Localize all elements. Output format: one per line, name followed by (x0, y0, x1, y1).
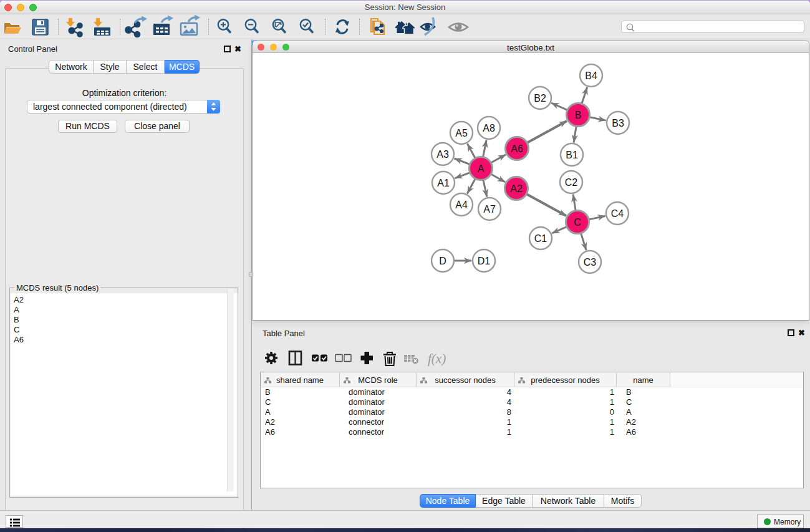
svg-text:B: B (575, 110, 582, 120)
svg-text:A1: A1 (437, 178, 450, 188)
svg-text:C4: C4 (611, 208, 624, 219)
svg-text:A2: A2 (510, 183, 523, 194)
svg-text:A6: A6 (511, 143, 523, 154)
svg-text:B3: B3 (612, 118, 624, 128)
svg-text:D1: D1 (478, 256, 491, 266)
svg-text:C1: C1 (534, 233, 547, 244)
svg-text:C2: C2 (565, 177, 578, 188)
svg-text:C: C (574, 217, 581, 228)
svg-text:A8: A8 (483, 123, 495, 133)
svg-text:A7: A7 (483, 204, 496, 215)
svg-text:B2: B2 (534, 93, 546, 104)
svg-text:A: A (478, 163, 485, 174)
svg-text:C3: C3 (584, 257, 597, 268)
svg-text:D: D (439, 256, 446, 266)
svg-text:A5: A5 (455, 128, 468, 138)
svg-text:f(x): f(x) (428, 351, 446, 366)
svg-text:A3: A3 (436, 149, 449, 160)
svg-text:A4: A4 (455, 200, 468, 210)
svg-text:B4: B4 (585, 70, 597, 81)
svg-text:B1: B1 (566, 150, 578, 160)
